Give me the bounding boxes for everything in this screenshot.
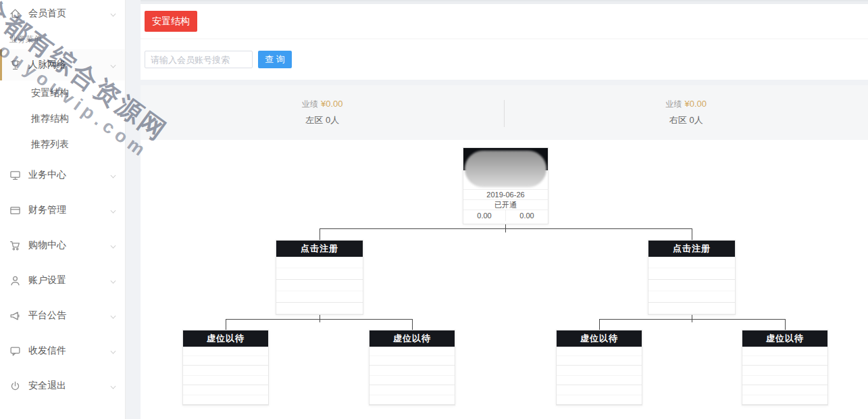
- stats-divider: [504, 100, 505, 127]
- node-header-label: 点击注册: [276, 241, 363, 257]
- card-icon: [9, 205, 21, 216]
- sidebar-item-account[interactable]: 账户设置: [0, 263, 125, 298]
- empty-row: [369, 395, 455, 405]
- connector-line: [599, 319, 786, 320]
- empty-row: [183, 356, 268, 366]
- sidebar-subitem-referral-structure[interactable]: 推荐结构: [0, 106, 125, 132]
- performance-label: 业绩: [665, 99, 682, 109]
- node-header-label: 虚位以待: [183, 330, 268, 347]
- empty-row: [183, 385, 268, 395]
- empty-row: [369, 385, 455, 395]
- sidebar: 会员首页 业务菜单 人脉网络 安置结构 推荐结构 推荐列表 业务中心 财务管理: [0, 0, 126, 419]
- sidebar-item-mail[interactable]: 收发信件: [0, 333, 125, 368]
- sidebar-subitem-referral-list[interactable]: 推荐列表: [0, 132, 125, 157]
- sidebar-item-finance[interactable]: 财务管理: [0, 193, 125, 228]
- sidebar-item-home[interactable]: 会员首页: [0, 0, 125, 27]
- root-node-date: 2019-06-26: [463, 189, 548, 199]
- connector-line: [412, 319, 413, 330]
- sidebar-item-label: 购物中心: [28, 239, 111, 251]
- spacer: [141, 80, 868, 85]
- performance-label: 业绩: [302, 99, 318, 109]
- sidebar-item-label: 账户设置: [28, 274, 111, 287]
- node-header-label: 虚位以待: [742, 330, 827, 347]
- placement-structure-tab[interactable]: 安置结构: [145, 11, 197, 32]
- empty-row: [742, 395, 827, 405]
- sidebar-item-label: 人脉网络: [28, 59, 111, 71]
- empty-row: [648, 303, 735, 314]
- search-button[interactable]: 查 询: [258, 51, 292, 68]
- empty-row: [557, 395, 642, 405]
- empty-row: [557, 356, 642, 366]
- trophy-icon: [9, 59, 21, 71]
- sidebar-section-label: 业务菜单: [0, 27, 125, 49]
- tree-root-node[interactable]: 2019-06-26 已开通 0.00 0.00: [463, 147, 548, 224]
- connector-line: [692, 228, 692, 240]
- connector-line: [226, 319, 226, 330]
- sidebar-item-label: 财务管理: [28, 204, 111, 216]
- sidebar-item-label: 业务中心: [28, 169, 111, 181]
- left-zone-count: 左区 0人: [305, 114, 339, 126]
- member-search-input[interactable]: [145, 51, 253, 68]
- empty-row: [183, 376, 268, 385]
- register-slot-node-left[interactable]: 点击注册: [276, 240, 363, 315]
- sidebar-item-network[interactable]: 人脉网络: [0, 49, 125, 80]
- sidebar-item-announcements[interactable]: 平台公告: [0, 298, 125, 333]
- redacted-member-info: [465, 151, 546, 187]
- monitor-icon: [9, 170, 21, 181]
- empty-row: [369, 376, 455, 385]
- empty-row: [557, 347, 642, 356]
- right-zone-count: 右区 0人: [669, 114, 703, 126]
- connector-line: [692, 319, 692, 322]
- title-bar: 安置结构: [141, 4, 868, 39]
- chevron-down-icon: [111, 207, 116, 213]
- vacant-slot-node-4[interactable]: 虚位以待: [742, 330, 828, 405]
- chevron-down-icon: [111, 278, 116, 283]
- chevron-down-icon: [111, 313, 116, 318]
- search-bar: 查 询: [141, 39, 868, 80]
- sidebar-item-label: 平台公告: [28, 310, 111, 322]
- power-icon: [9, 380, 21, 392]
- home-icon: [9, 8, 21, 20]
- empty-row: [276, 268, 363, 280]
- vacant-slot-node-2[interactable]: 虚位以待: [369, 330, 455, 405]
- root-node-amounts: 0.00 0.00: [463, 210, 548, 221]
- user-icon: [9, 275, 21, 287]
- empty-row: [648, 268, 735, 280]
- subitem-label: 推荐列表: [31, 139, 69, 151]
- node-header-label: 虚位以待: [557, 330, 642, 347]
- root-node-status: 已开通: [463, 199, 548, 210]
- empty-row: [183, 395, 268, 405]
- sidebar-item-label: 收发信件: [28, 345, 111, 357]
- performance-value: ¥0.00: [321, 99, 343, 109]
- connector-line: [320, 228, 320, 240]
- node-header-label: 虚位以待: [369, 330, 455, 347]
- register-slot-node-right[interactable]: 点击注册: [648, 240, 736, 315]
- vacant-slot-node-3[interactable]: 虚位以待: [556, 330, 642, 405]
- empty-row: [742, 366, 827, 376]
- right-amount: 0.00: [506, 210, 548, 221]
- vacant-slot-node-1[interactable]: 虚位以待: [182, 330, 269, 405]
- empty-row: [742, 347, 827, 356]
- empty-row: [276, 257, 363, 268]
- empty-row: [557, 376, 642, 385]
- empty-row: [369, 356, 455, 366]
- sidebar-subitem-placement-structure[interactable]: 安置结构: [0, 80, 125, 106]
- empty-row: [183, 347, 268, 356]
- chevron-down-icon: [111, 243, 116, 248]
- chevron-down-icon: [111, 383, 116, 389]
- sidebar-item-label: 会员首页: [28, 7, 111, 20]
- sidebar-item-label: 安全退出: [28, 380, 111, 392]
- right-performance: 业绩¥0.00: [665, 99, 707, 110]
- connector-line: [320, 319, 320, 322]
- cart-icon: [9, 240, 21, 251]
- empty-row: [183, 366, 268, 376]
- sidebar-item-shopping[interactable]: 购物中心: [0, 228, 125, 263]
- left-zone-stats: 业绩¥0.00 左区 0人: [141, 85, 505, 140]
- empty-row: [557, 366, 642, 376]
- sidebar-item-business-center[interactable]: 业务中心: [0, 157, 125, 193]
- subitem-label: 推荐结构: [31, 113, 69, 125]
- sidebar-item-logout[interactable]: 安全退出: [0, 368, 125, 403]
- main-content: 安置结构 查 询 业绩¥0.00 左区 0人 业绩¥0.00 右区 0人 201…: [141, 0, 868, 419]
- empty-row: [276, 303, 363, 314]
- megaphone-icon: [9, 310, 21, 322]
